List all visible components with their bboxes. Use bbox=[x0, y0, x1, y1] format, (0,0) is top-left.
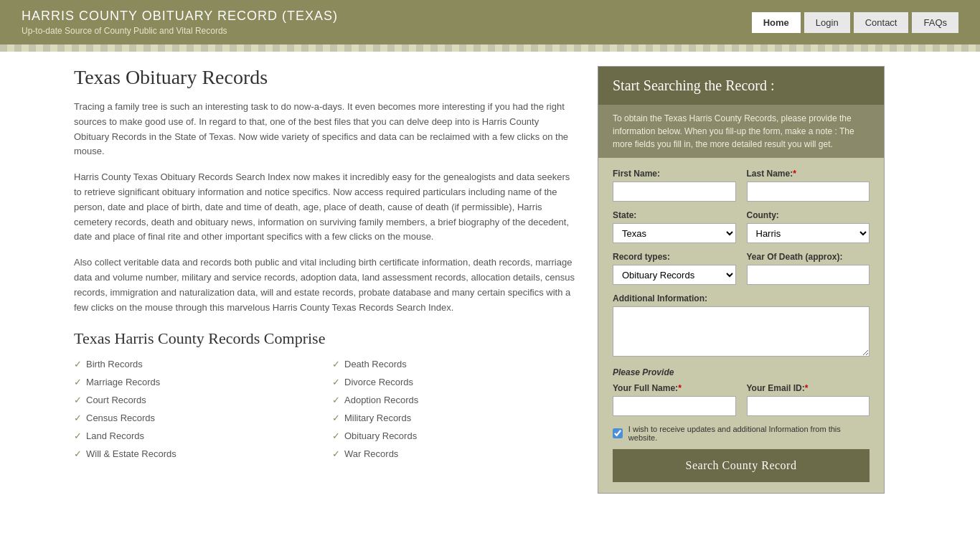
list-item: ✓ Military Records bbox=[332, 410, 576, 425]
state-select[interactable]: Texas Alabama Alaska Arizona California bbox=[613, 223, 736, 243]
last-name-required: * bbox=[793, 169, 796, 179]
record-label: Census Records bbox=[86, 413, 155, 423]
check-icon: ✓ bbox=[74, 359, 82, 369]
record-type-label: Record types: bbox=[613, 252, 736, 262]
record-label: War Records bbox=[344, 448, 398, 459]
list-item: ✓ Obituary Records bbox=[332, 428, 576, 443]
check-icon: ✓ bbox=[332, 377, 340, 387]
record-year-row: Record types: Obituary Records Birth Rec… bbox=[613, 252, 870, 285]
section-title: Texas Harris County Records Comprise bbox=[74, 329, 576, 348]
email-group: Your Email ID:* bbox=[747, 383, 870, 416]
nav-home[interactable]: Home bbox=[752, 12, 801, 33]
list-item: ✓ Divorce Records bbox=[332, 375, 576, 390]
additional-info-label: Additional Information: bbox=[613, 293, 870, 303]
records-grid: ✓ Birth Records ✓ Death Records ✓ Marria… bbox=[74, 357, 576, 461]
list-item: ✓ Marriage Records bbox=[74, 375, 318, 390]
last-name-input[interactable] bbox=[747, 182, 870, 202]
state-label: State: bbox=[613, 210, 736, 220]
record-label: Court Records bbox=[86, 395, 146, 405]
full-name-label: Your Full Name:* bbox=[613, 383, 736, 393]
year-of-death-label: Year Of Death (approx): bbox=[747, 252, 870, 262]
site-title-suffix: (TEXAS) bbox=[278, 9, 338, 23]
check-icon: ✓ bbox=[332, 359, 340, 369]
last-name-group: Last Name:* bbox=[747, 169, 870, 202]
list-item: ✓ War Records bbox=[332, 446, 576, 461]
state-group: State: Texas Alabama Alaska Arizona Cali… bbox=[613, 210, 736, 243]
record-label: Marriage Records bbox=[86, 377, 160, 387]
check-icon: ✓ bbox=[74, 448, 82, 459]
nav-faqs[interactable]: FAQs bbox=[912, 12, 958, 33]
check-icon: ✓ bbox=[332, 430, 340, 441]
list-item: ✓ Adoption Records bbox=[332, 392, 576, 408]
first-name-group: First Name: bbox=[613, 169, 736, 202]
email-label: Your Email ID:* bbox=[747, 383, 870, 393]
location-row: State: Texas Alabama Alaska Arizona Cali… bbox=[613, 210, 870, 243]
check-icon: ✓ bbox=[332, 413, 340, 423]
form-description: To obtain the Texas Harris County Record… bbox=[598, 105, 884, 158]
name-row: First Name: Last Name:* bbox=[613, 169, 870, 202]
record-label: Adoption Records bbox=[344, 395, 418, 405]
header-branding: HARRIS COUNTY OBITUARY RECORD (TEXAS) Up… bbox=[22, 9, 338, 36]
record-label: Divorce Records bbox=[344, 377, 413, 387]
first-name-label: First Name: bbox=[613, 169, 736, 179]
search-county-record-button[interactable]: Search County Record bbox=[613, 449, 870, 482]
paragraph-3: Also collect veritable data and records … bbox=[74, 255, 576, 315]
list-item: ✓ Census Records bbox=[74, 410, 318, 425]
check-icon: ✓ bbox=[332, 448, 340, 459]
record-label: Military Records bbox=[344, 413, 411, 423]
site-title-main: HARRIS COUNTY OBITUARY RECORD bbox=[22, 9, 278, 23]
left-column: Texas Obituary Records Tracing a family … bbox=[74, 66, 576, 494]
record-label: Birth Records bbox=[86, 359, 143, 369]
newsletter-checkbox-row: I wish to receive updates and additional… bbox=[613, 425, 870, 442]
email-input[interactable] bbox=[747, 396, 870, 416]
newsletter-checkbox-label: I wish to receive updates and additional… bbox=[628, 425, 870, 442]
form-header: Start Searching the Record : bbox=[598, 67, 884, 105]
paragraph-1: Tracing a family tree is such an interes… bbox=[74, 100, 576, 159]
page-title: Texas Obituary Records bbox=[74, 66, 576, 89]
list-item: ✓ Court Records bbox=[74, 392, 318, 408]
main-nav: Home Login Contact FAQs bbox=[752, 12, 958, 33]
site-title: HARRIS COUNTY OBITUARY RECORD (TEXAS) bbox=[22, 9, 338, 24]
record-label: Obituary Records bbox=[344, 430, 417, 441]
check-icon: ✓ bbox=[74, 413, 82, 423]
list-item: ✓ Birth Records bbox=[74, 357, 318, 372]
record-type-group: Record types: Obituary Records Birth Rec… bbox=[613, 252, 736, 285]
first-name-input[interactable] bbox=[613, 182, 736, 202]
full-name-group: Your Full Name:* bbox=[613, 383, 736, 416]
header: HARRIS COUNTY OBITUARY RECORD (TEXAS) Up… bbox=[0, 0, 980, 44]
full-name-input[interactable] bbox=[613, 396, 736, 416]
list-item: ✓ Death Records bbox=[332, 357, 576, 372]
main-content: Texas Obituary Records Tracing a family … bbox=[60, 66, 920, 494]
please-provide-label: Please Provide bbox=[613, 367, 870, 377]
year-of-death-group: Year Of Death (approx): bbox=[747, 252, 870, 285]
last-name-label: Last Name:* bbox=[747, 169, 870, 179]
nav-login[interactable]: Login bbox=[804, 12, 850, 33]
check-icon: ✓ bbox=[74, 430, 82, 441]
form-title: Start Searching the Record : bbox=[613, 77, 870, 94]
site-subtitle: Up-to-date Source of County Public and V… bbox=[22, 26, 338, 36]
decorative-stripe bbox=[0, 44, 980, 52]
search-form-card: Start Searching the Record : To obtain t… bbox=[598, 66, 885, 494]
newsletter-checkbox[interactable] bbox=[613, 428, 623, 438]
list-item: ✓ Will & Estate Records bbox=[74, 446, 318, 461]
form-body: First Name: Last Name:* State: Texas bbox=[598, 158, 884, 493]
check-icon: ✓ bbox=[74, 395, 82, 405]
record-label: Death Records bbox=[344, 359, 407, 369]
additional-info-textarea[interactable] bbox=[613, 306, 870, 357]
year-of-death-input[interactable] bbox=[747, 265, 870, 285]
county-label: County: bbox=[747, 210, 870, 220]
record-label: Land Records bbox=[86, 430, 144, 441]
check-icon: ✓ bbox=[332, 395, 340, 405]
contact-row: Your Full Name:* Your Email ID:* bbox=[613, 383, 870, 416]
nav-contact[interactable]: Contact bbox=[854, 12, 909, 33]
email-required: * bbox=[805, 383, 809, 393]
additional-info-group: Additional Information: bbox=[613, 293, 870, 359]
county-select[interactable]: Harris Bexar Dallas Tarrant Travis bbox=[747, 223, 870, 243]
full-name-required: * bbox=[678, 383, 682, 393]
right-column: Start Searching the Record : To obtain t… bbox=[598, 66, 885, 494]
list-item: ✓ Land Records bbox=[74, 428, 318, 443]
record-label: Will & Estate Records bbox=[86, 448, 176, 459]
record-type-select[interactable]: Obituary Records Birth Records Death Rec… bbox=[613, 265, 736, 285]
county-group: County: Harris Bexar Dallas Tarrant Trav… bbox=[747, 210, 870, 243]
check-icon: ✓ bbox=[74, 377, 82, 387]
